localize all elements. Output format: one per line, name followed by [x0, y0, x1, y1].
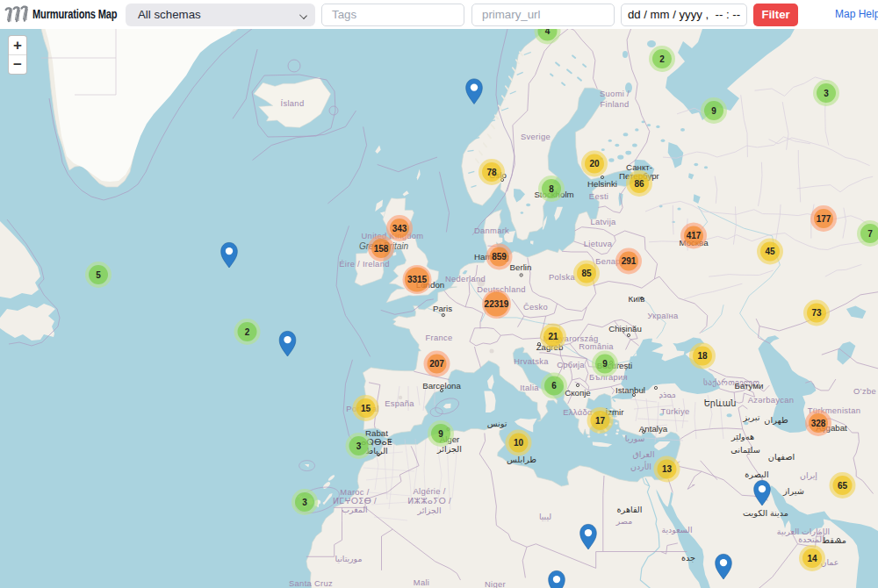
svg-text:اصفهان: اصفهان: [768, 452, 795, 462]
svg-text:18: 18: [697, 351, 708, 361]
svg-text:3: 3: [824, 89, 829, 98]
svg-text:Suomi /: Suomi /: [600, 89, 630, 98]
svg-text:Sverige: Sverige: [521, 132, 551, 141]
svg-text:România: România: [579, 341, 614, 351]
svg-text:جدة: جدة: [681, 553, 695, 563]
svg-text:Nederland: Nederland: [445, 274, 486, 283]
svg-text:20: 20: [589, 159, 600, 169]
svg-text:417: 417: [687, 231, 702, 240]
svg-text:إيران: إيران: [800, 470, 817, 481]
svg-text:السعودية: السعودية: [661, 525, 692, 534]
svg-text:Polska: Polska: [549, 272, 575, 282]
svg-text:Antalya: Antalya: [639, 424, 668, 434]
svg-text:مصر: مصر: [615, 516, 632, 526]
svg-text:ⵍⵣⵣⴰⵢⵔ /: ⵍⵣⵣⴰⵢⵔ /: [407, 496, 451, 506]
svg-text:Istanbul: Istanbul: [615, 385, 645, 395]
svg-text:موريتانيا: موريتانيا: [335, 554, 363, 563]
svg-text:Батуми: Батуми: [735, 381, 764, 391]
svg-text:2: 2: [245, 327, 250, 337]
svg-text:Chișinău: Chișinău: [608, 324, 642, 333]
svg-text:France: France: [426, 333, 453, 342]
svg-text:Finland: Finland: [601, 99, 630, 109]
svg-text:17: 17: [595, 416, 606, 426]
svg-text:طهران: طهران: [764, 415, 788, 425]
svg-text:5: 5: [96, 270, 101, 280]
svg-text:Danmark: Danmark: [474, 226, 509, 235]
svg-text:Berlin: Berlin: [510, 262, 532, 272]
svg-text:البصرة: البصرة: [745, 470, 768, 479]
svg-text:291: 291: [622, 256, 637, 266]
svg-text:10: 10: [514, 438, 524, 448]
svg-text:328: 328: [811, 419, 826, 428]
svg-text:3: 3: [356, 441, 362, 451]
svg-text:3: 3: [302, 498, 307, 507]
svg-text:207: 207: [429, 359, 444, 369]
svg-text:13: 13: [662, 464, 673, 474]
svg-text:España: España: [385, 398, 414, 408]
svg-text:9: 9: [438, 429, 443, 439]
svg-text:73: 73: [811, 308, 822, 318]
svg-text:177: 177: [817, 214, 831, 224]
svg-text:Italia: Italia: [520, 383, 539, 392]
svg-text:Србија: Србија: [557, 360, 585, 369]
svg-text:Lietuva: Lietuva: [584, 239, 613, 248]
svg-text:المتحدة: المتحدة: [798, 534, 824, 544]
svg-text:Երևան: Երևան: [704, 398, 737, 408]
svg-text:859: 859: [492, 252, 507, 262]
svg-text:المغرب: المغرب: [342, 505, 367, 514]
svg-text:Česko: Česko: [523, 302, 548, 312]
svg-text:Eesti: Eesti: [589, 191, 608, 201]
svg-text:4: 4: [545, 29, 551, 36]
svg-text:3315: 3315: [407, 275, 428, 284]
svg-text:7: 7: [867, 229, 873, 239]
svg-text:Türkiye: Türkiye: [661, 406, 690, 416]
svg-text:سوريا: سوريا: [625, 434, 645, 443]
svg-text:Скопје: Скопје: [565, 388, 591, 398]
svg-text:2: 2: [659, 54, 665, 64]
svg-text:15: 15: [361, 404, 371, 413]
svg-text:ܟܘܪܕ: ܟܘܪܕ: [658, 390, 675, 399]
svg-text:مدينة الكويت: مدينة الكويت: [743, 508, 788, 518]
svg-text:طرابلس: طرابلس: [507, 455, 536, 464]
svg-text:Ísland: Ísland: [281, 98, 305, 108]
svg-text:Algérie /: Algérie /: [413, 486, 445, 496]
svg-text:القاهرة: القاهرة: [616, 505, 642, 514]
svg-text:9: 9: [711, 106, 716, 116]
svg-text:Paris: Paris: [433, 304, 452, 313]
svg-text:86: 86: [634, 179, 644, 189]
svg-text:الجزائر: الجزائر: [416, 506, 441, 515]
svg-text:Київ: Київ: [629, 294, 645, 304]
svg-text:سلێمانی: سلێمانی: [730, 445, 760, 455]
svg-text:9: 9: [602, 359, 608, 369]
svg-text:تبريز: تبريز: [742, 412, 759, 422]
svg-text:Helsinki: Helsinki: [587, 179, 617, 189]
svg-text:Україна: Україна: [647, 311, 679, 320]
svg-text:343: 343: [392, 224, 407, 233]
svg-text:14: 14: [807, 554, 817, 563]
svg-text:Santa Cruz: Santa Cruz: [289, 578, 333, 588]
svg-text:45: 45: [765, 247, 775, 256]
svg-text:Mali: Mali: [414, 577, 429, 587]
svg-text:8: 8: [549, 184, 554, 194]
svg-text:Hrvatska: Hrvatska: [514, 356, 549, 366]
svg-text:تونس: تونس: [487, 419, 507, 428]
svg-text:O’zbe: O’zbe: [853, 386, 876, 396]
svg-text:هەولێر: هەولێر: [730, 432, 754, 441]
svg-text:Azərbaycan: Azərbaycan: [748, 395, 795, 405]
svg-text:مسقط: مسقط: [822, 535, 846, 545]
svg-text:21: 21: [548, 332, 558, 341]
svg-text:78: 78: [486, 168, 497, 177]
svg-text:158: 158: [374, 244, 389, 254]
svg-text:ليبيا: ليبيا: [539, 512, 551, 521]
svg-text:22319: 22319: [485, 299, 509, 309]
svg-text:العراق: العراق: [632, 449, 654, 459]
svg-text:Niger: Niger: [485, 579, 506, 588]
svg-text:65: 65: [838, 481, 848, 491]
svg-text:Latvija: Latvija: [590, 217, 616, 226]
svg-text:85: 85: [581, 269, 592, 278]
svg-text:6: 6: [551, 381, 557, 391]
svg-text:الأردن: الأردن: [630, 461, 651, 471]
svg-text:شيراز: شيراز: [782, 486, 804, 496]
